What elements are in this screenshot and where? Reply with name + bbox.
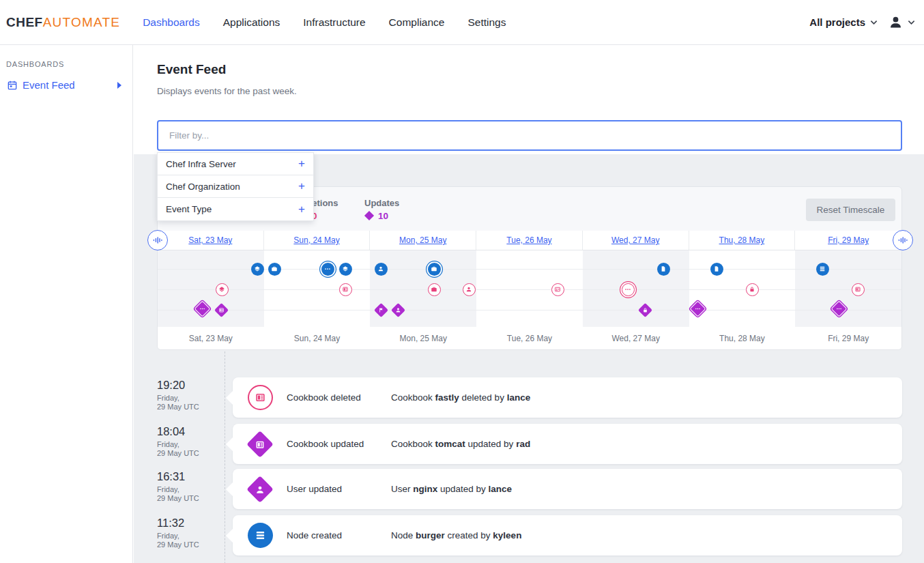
main-nav: DashboardsApplicationsInfrastructureComp…	[143, 16, 506, 29]
projects-filter[interactable]: All projects	[809, 16, 865, 28]
event-marker-creation-multiple[interactable]	[321, 263, 334, 276]
day-link[interactable]: Fri, 29 May	[828, 235, 869, 245]
feed-time: 18:04	[157, 425, 222, 438]
nav-item-infrastructure[interactable]: Infrastructure	[303, 16, 365, 29]
user-avatar-icon[interactable]	[889, 15, 903, 29]
filter-category-label: Chef Organization	[166, 182, 240, 192]
plus-icon[interactable]: +	[298, 179, 305, 193]
event-marker-creation-profile[interactable]	[251, 263, 264, 276]
axis-day-label: Mon, 25 May	[370, 332, 476, 345]
axis-day-label: Tue, 26 May	[476, 332, 583, 345]
event-marker-creation-user[interactable]	[375, 263, 388, 276]
filter-category-chef-infra-server[interactable]: Chef Infra Server+	[158, 153, 313, 175]
filter-input[interactable]	[157, 120, 902, 151]
feed-time: 11:32	[157, 517, 222, 530]
nav-item-applications[interactable]: Applications	[223, 16, 280, 29]
nav-item-settings[interactable]: Settings	[467, 16, 506, 29]
event-description: Node burger created by kyleen	[391, 530, 521, 540]
day-column-header: Fri, 29 May	[795, 231, 901, 250]
event-marker-creation-organization[interactable]	[428, 263, 441, 276]
event-marker-creation-file[interactable]	[657, 263, 670, 276]
navbar: CHEFAUTOMATE DashboardsApplicationsInfra…	[0, 0, 924, 45]
feed-timestamp: 18:04Friday,29 May UTC	[157, 425, 222, 458]
event-description: User nginx updated by lance	[391, 484, 512, 494]
card-notch	[226, 437, 233, 451]
day-column-header: Sat, 23 May	[158, 231, 264, 250]
axis-day-label: Sat, 23 May	[158, 332, 264, 345]
sidebar-item-label: Event Feed	[23, 79, 75, 91]
day-link[interactable]: Sat, 23 May	[188, 235, 232, 245]
event-marker-deletion-cookbook[interactable]	[339, 283, 352, 296]
main-content: Event Feed Displays events for the past …	[134, 45, 924, 563]
timeline-grid-body	[158, 250, 901, 326]
card-notch	[226, 482, 233, 496]
event-marker-creation-node[interactable]	[816, 263, 829, 276]
event-marker-deletion-lock[interactable]	[746, 283, 759, 296]
legend-updates: Updates10	[364, 198, 399, 220]
event-marker-creation-profile[interactable]	[339, 263, 352, 276]
day-stripe	[795, 250, 901, 327]
event-marker-deletion-cookbook[interactable]	[852, 283, 865, 296]
plus-icon[interactable]: +	[298, 203, 305, 216]
page-subtitle: Displays events for the past week.	[157, 86, 297, 96]
day-link[interactable]: Mon, 25 May	[399, 235, 446, 245]
feed-time: 19:20	[157, 379, 222, 392]
axis-day-label: Thu, 28 May	[689, 332, 796, 345]
card-notch	[226, 391, 233, 405]
event-description: Cookbook tomcat updated by rad	[391, 439, 530, 449]
event-type-label: Node created	[287, 530, 342, 540]
nav-item-compliance[interactable]: Compliance	[389, 16, 445, 29]
event-marker-deletion-user[interactable]	[463, 283, 476, 296]
day-link[interactable]: Thu, 28 May	[719, 235, 765, 245]
chef-automate-logo: CHEFAUTOMATE	[6, 15, 120, 30]
timescale-handle-left[interactable]	[147, 230, 168, 250]
event-card[interactable]: Cookbook deletedCookbook fastly deleted …	[233, 377, 902, 418]
event-card[interactable]: Node createdNode burger created by kylee…	[233, 515, 902, 555]
axis-day-label: Fri, 29 May	[795, 332, 901, 345]
event-marker-update-multiple[interactable]	[689, 300, 706, 317]
gridline	[158, 289, 901, 290]
event-marker-deletion-profile[interactable]	[216, 283, 229, 296]
chevron-right-icon	[117, 82, 121, 89]
nav-item-dashboards[interactable]: Dashboards	[143, 16, 200, 29]
event-card[interactable]: User updatedUser nginx updated by lance	[233, 469, 902, 509]
chevron-down-icon[interactable]	[870, 20, 878, 25]
feed-timestamp: 11:32Friday,29 May UTC	[157, 517, 222, 549]
filter-category-label: Chef Infra Server	[166, 159, 236, 169]
feed-date: Friday,29 May UTC	[157, 485, 222, 503]
timescale-handle-right[interactable]	[893, 230, 913, 250]
cookbook-icon	[246, 431, 274, 458]
feed-timeline-line	[225, 351, 225, 563]
day-link[interactable]: Wed, 27 May	[611, 235, 659, 245]
day-link[interactable]: Tue, 26 May	[506, 235, 551, 245]
legend-label: Updates	[364, 198, 399, 208]
sidebar-item-event-feed[interactable]: Event Feed	[7, 79, 121, 91]
chevron-down-icon[interactable]	[908, 20, 915, 25]
event-marker-creation-organization[interactable]	[268, 263, 281, 276]
card-notch	[226, 529, 233, 543]
event-type-label: User updated	[287, 484, 342, 494]
cookbook-icon	[248, 385, 273, 410]
reset-timescale-button[interactable]: Reset Timescale	[806, 199, 895, 221]
timeline-grid: Sat, 23 MaySun, 24 MayMon, 25 MayTue, 26…	[158, 231, 901, 349]
day-column-header: Mon, 25 May	[370, 231, 476, 250]
event-description: Cookbook fastly deleted by lance	[391, 392, 530, 403]
event-marker-creation-file[interactable]	[710, 263, 723, 276]
day-column-header: Tue, 26 May	[476, 231, 583, 250]
plus-icon[interactable]: +	[298, 157, 305, 171]
event-marker-deletion-client[interactable]	[551, 283, 564, 296]
day-link[interactable]: Sun, 24 May	[293, 235, 339, 245]
feed-timestamp: 19:20Friday,29 May UTC	[157, 379, 222, 412]
feed-time: 16:31	[157, 470, 222, 483]
event-marker-deletion-organization[interactable]	[428, 283, 441, 296]
day-column-header: Sun, 24 May	[264, 231, 371, 250]
navbar-right: All projects	[809, 15, 915, 29]
event-marker-deletion-multiple[interactable]	[622, 283, 635, 296]
filter-category-event-type[interactable]: Event Type+	[158, 198, 313, 220]
user-icon	[246, 476, 274, 503]
feed-date: Friday,29 May UTC	[157, 394, 222, 412]
event-card[interactable]: Cookbook updatedCookbook tomcat updated …	[233, 424, 902, 464]
filter-category-chef-organization[interactable]: Chef Organization+	[158, 175, 313, 198]
day-stripe	[370, 250, 476, 327]
feed-date: Friday,29 May UTC	[157, 532, 222, 549]
